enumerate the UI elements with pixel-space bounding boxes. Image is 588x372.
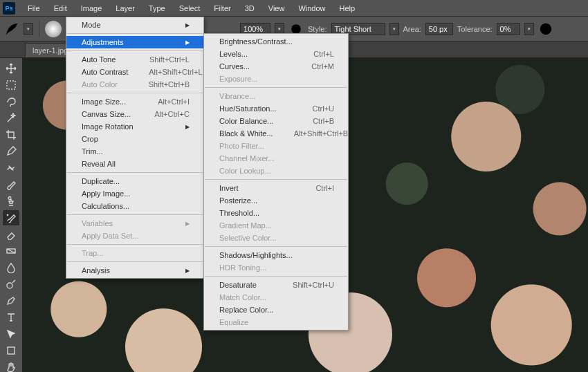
- tool-path-select[interactable]: [3, 326, 19, 342]
- menuitem-replace-color[interactable]: Replace Color...: [204, 304, 348, 316]
- svg-point-4: [7, 283, 12, 288]
- image-menu-dropdown: Mode▶Adjustments▶Auto ToneShift+Ctrl+LAu…: [66, 17, 204, 279]
- tool-preset-dropdown[interactable]: ▾: [24, 23, 33, 35]
- menuitem-auto-color: Auto ColorShift+Ctrl+B: [66, 78, 203, 91]
- menu-image[interactable]: Image: [74, 1, 109, 15]
- menuitem-threshold[interactable]: Threshold...: [204, 207, 348, 219]
- menuitem-brightness-contrast[interactable]: Brightness/Contrast...: [204, 35, 348, 48]
- menuitem-equalize: Equalize: [204, 316, 348, 328]
- menuitem-channel-mixer: Channel Mixer...: [204, 152, 348, 165]
- menu-layer[interactable]: Layer: [109, 1, 142, 15]
- menuitem-hue-saturation[interactable]: Hue/Saturation...Ctrl+U: [204, 102, 348, 115]
- menuitem-trim[interactable]: Trim...: [66, 145, 203, 158]
- menuitem-invert[interactable]: InvertCtrl+I: [204, 182, 348, 194]
- tool-type[interactable]: [3, 310, 19, 325]
- area-label: Area:: [403, 25, 421, 33]
- menuitem-reveal-all[interactable]: Reveal All: [66, 158, 203, 170]
- menu-select[interactable]: Select: [172, 1, 208, 15]
- menu-filter[interactable]: Filter: [207, 1, 237, 15]
- menuitem-hdr-toning: HDR Toning...: [204, 261, 348, 274]
- tool-brush[interactable]: [3, 177, 19, 192]
- menuitem-trap: Trap...: [66, 247, 203, 259]
- menuitem-apply-image[interactable]: Apply Image...: [66, 187, 203, 200]
- menu-help[interactable]: Help: [333, 1, 362, 15]
- tool-hand[interactable]: [3, 360, 19, 372]
- tolerance-dropdown[interactable]: ▾: [524, 23, 534, 35]
- menuitem-exposure: Exposure...: [204, 73, 348, 85]
- menuitem-crop[interactable]: Crop: [66, 133, 203, 145]
- style-label: Style:: [308, 25, 327, 33]
- tool-stamp[interactable]: [3, 194, 19, 209]
- menuitem-adjustments[interactable]: Adjustments▶: [66, 36, 203, 48]
- menuitem-apply-data-set: Apply Data Set...: [66, 230, 203, 242]
- app-logo: Ps: [3, 2, 15, 15]
- tool-gradient[interactable]: [3, 243, 19, 259]
- menuitem-auto-tone[interactable]: Auto ToneShift+Ctrl+L: [66, 53, 203, 66]
- menuitem-calculations[interactable]: Calculations...: [66, 200, 203, 212]
- tool-preset-icon[interactable]: [4, 21, 19, 37]
- menuitem-auto-contrast[interactable]: Auto ContrastAlt+Shift+Ctrl+L: [66, 66, 203, 78]
- tool-healing[interactable]: [3, 160, 19, 176]
- menuitem-variables: Variables▶: [66, 217, 203, 230]
- menuitem-color-balance[interactable]: Color Balance...Ctrl+B: [204, 115, 348, 127]
- brush-preview-icon[interactable]: [45, 21, 62, 37]
- menuitem-mode[interactable]: Mode▶: [66, 19, 203, 31]
- style-dropdown[interactable]: ▾: [389, 23, 399, 35]
- svg-rect-2: [7, 81, 15, 89]
- menuitem-image-rotation[interactable]: Image Rotation▶: [66, 120, 203, 133]
- menu-type[interactable]: Type: [142, 1, 172, 15]
- tool-pen[interactable]: [3, 293, 19, 308]
- svg-rect-5: [8, 347, 15, 354]
- menu-view[interactable]: View: [261, 1, 292, 15]
- tool-eraser[interactable]: [3, 227, 19, 242]
- menuitem-selective-color: Selective Color...: [204, 232, 348, 244]
- menu-3d[interactable]: 3D: [238, 1, 261, 15]
- menuitem-match-color: Match Color...: [204, 291, 348, 304]
- menuitem-image-size[interactable]: Image Size...Alt+Ctrl+I: [66, 95, 203, 108]
- menu-file[interactable]: File: [21, 1, 47, 15]
- menuitem-posterize[interactable]: Posterize...: [204, 194, 348, 207]
- menuitem-black-white[interactable]: Black & White...Alt+Shift+Ctrl+B: [204, 127, 348, 140]
- menuitem-levels[interactable]: Levels...Ctrl+L: [204, 48, 348, 60]
- tool-dodge[interactable]: [3, 277, 19, 292]
- tool-rectangle[interactable]: [3, 343, 19, 358]
- menuitem-duplicate[interactable]: Duplicate...: [66, 175, 203, 187]
- tolerance-label: Tolerance:: [457, 25, 493, 33]
- pressure-icon[interactable]: [538, 21, 553, 37]
- menu-window[interactable]: Window: [291, 1, 332, 15]
- menuitem-shadows-highlights[interactable]: Shadows/Highlights...: [204, 249, 348, 261]
- menuitem-curves[interactable]: Curves...Ctrl+M: [204, 60, 348, 73]
- menuitem-vibrance: Vibrance...: [204, 90, 348, 102]
- tool-lasso[interactable]: [3, 94, 19, 109]
- menuitem-color-lookup: Color Lookup...: [204, 165, 348, 177]
- tolerance-field[interactable]: 0%: [497, 23, 520, 35]
- tool-move[interactable]: [3, 61, 19, 76]
- svg-point-0: [291, 24, 301, 34]
- menuitem-photo-filter: Photo Filter...: [204, 140, 348, 152]
- area-field[interactable]: 50 px: [425, 23, 453, 35]
- menuitem-analysis[interactable]: Analysis▶: [66, 264, 203, 277]
- left-toolbar: [0, 58, 22, 372]
- menuitem-desaturate[interactable]: DesaturateShift+Ctrl+U: [204, 279, 348, 291]
- menuitem-gradient-map: Gradient Map...: [204, 219, 348, 232]
- menu-edit[interactable]: Edit: [47, 1, 74, 15]
- tool-wand[interactable]: [3, 111, 19, 126]
- tool-eyedropper[interactable]: [3, 144, 19, 159]
- adjustments-submenu: Brightness/Contrast...Levels...Ctrl+LCur…: [203, 33, 349, 331]
- tool-crop[interactable]: [3, 127, 19, 142]
- menubar: Ps FileEditImageLayerTypeSelectFilter3DV…: [0, 0, 588, 17]
- menuitem-canvas-size[interactable]: Canvas Size...Alt+Ctrl+C: [66, 108, 203, 120]
- tool-history-brush[interactable]: [3, 210, 19, 225]
- tool-blur[interactable]: [3, 260, 19, 275]
- tool-marquee[interactable]: [3, 77, 19, 93]
